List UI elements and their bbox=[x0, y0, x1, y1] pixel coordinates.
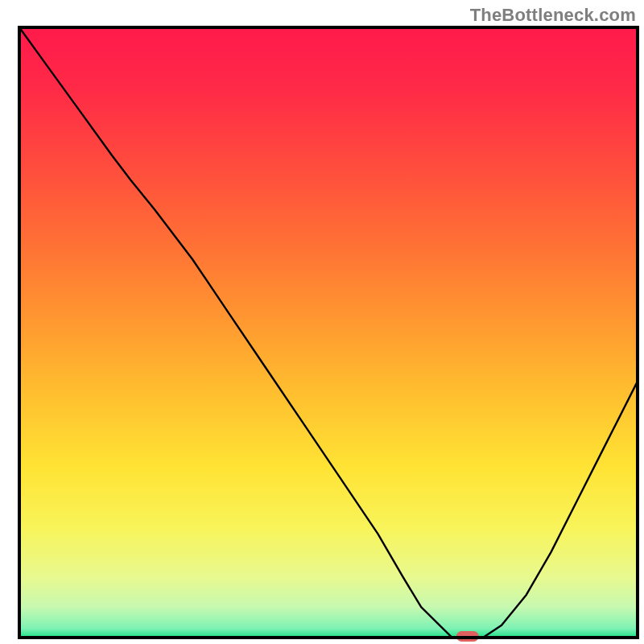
chart-container: TheBottleneck.com bbox=[0, 0, 644, 644]
gradient-background bbox=[19, 27, 638, 638]
attribution-label: TheBottleneck.com bbox=[470, 5, 636, 26]
bottleneck-chart bbox=[0, 0, 644, 644]
